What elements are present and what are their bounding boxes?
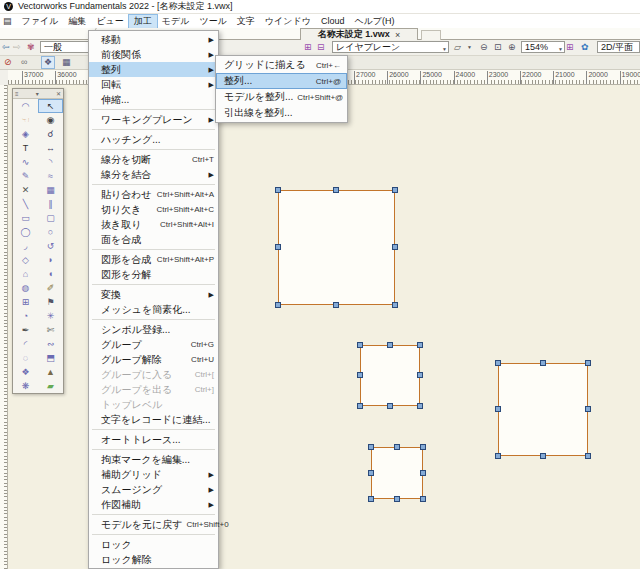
- menubar-item-5[interactable]: ツール: [194, 15, 231, 28]
- disable-interactive-scaling-icon[interactable]: ⊘: [4, 57, 12, 68]
- selection-handle[interactable]: [417, 342, 423, 348]
- menu-item[interactable]: 抜き取りCtrl+Shift+Alt+I: [89, 217, 218, 232]
- zoom-out-page-icon[interactable]: ⊖: [480, 42, 488, 53]
- tab-close-icon[interactable]: ×: [395, 30, 400, 40]
- shape-square[interactable]: [498, 363, 588, 456]
- spin-tool[interactable]: ❋: [13, 379, 38, 393]
- quarter-arc-tool[interactable]: ◞: [13, 239, 38, 253]
- menu-item[interactable]: 整列▶: [89, 62, 218, 77]
- circle-tool[interactable]: ◯: [13, 225, 38, 239]
- selection-handle[interactable]: [420, 496, 426, 502]
- submenu-item[interactable]: モデルを整列...Ctrl+Shift+@: [216, 89, 347, 105]
- zoom-level-combo[interactable]: 154% ▼: [521, 41, 565, 53]
- menu-item[interactable]: ワーキングプレーン▶: [89, 112, 218, 127]
- delete-vertex-tool[interactable]: ✕: [13, 183, 38, 197]
- selection-handle[interactable]: [392, 187, 398, 193]
- selection-handle[interactable]: [540, 453, 546, 459]
- menubar-item-4[interactable]: モデル: [157, 15, 195, 28]
- pan-tool[interactable]: ☜: [13, 113, 38, 127]
- menu-item[interactable]: 貼り合わせCtrl+Shift+Alt+A: [89, 187, 218, 202]
- oval-tool[interactable]: ○: [38, 225, 63, 239]
- layer-plane-combo[interactable]: レイヤプレーン ▼: [332, 41, 449, 53]
- reshape-tool[interactable]: ✒: [13, 323, 38, 337]
- spiral-tool[interactable]: ↺: [38, 239, 63, 253]
- selection-handle[interactable]: [333, 187, 339, 193]
- render-mode-arrow-icon[interactable]: ▼: [467, 42, 472, 53]
- selection-handle[interactable]: [357, 403, 363, 409]
- selection-handle[interactable]: [540, 360, 546, 366]
- menu-item[interactable]: メッシュを簡素化...: [89, 302, 218, 317]
- menu-item[interactable]: 図形を合成Ctrl+Shift+Alt+P: [89, 252, 218, 267]
- menu-item[interactable]: 回転▶: [89, 77, 218, 92]
- chevron-down-icon[interactable]: ▼: [558, 44, 563, 53]
- menu-item[interactable]: シンボル登録...: [89, 322, 218, 337]
- flag-tool[interactable]: ⚑: [38, 295, 63, 309]
- menu-item[interactable]: 線分を切断Ctrl+T: [89, 152, 218, 167]
- menu-item[interactable]: 移動▶: [89, 32, 218, 47]
- back-view-icon[interactable]: ⇦: [2, 42, 10, 53]
- palette-pin-icon[interactable]: ▾: [36, 90, 39, 97]
- polygon-tool[interactable]: ◇: [13, 253, 38, 267]
- selection-handle[interactable]: [394, 496, 400, 502]
- menu-item[interactable]: グループCtrl+G: [89, 337, 218, 352]
- menubar-item-6[interactable]: 文字: [232, 15, 260, 28]
- shape-square[interactable]: [278, 190, 395, 305]
- render-mode-icon[interactable]: ▱: [454, 42, 461, 53]
- selection-handle[interactable]: [585, 406, 591, 412]
- zoom-tool[interactable]: ☌: [38, 127, 63, 141]
- menu-item[interactable]: オートトレース...: [89, 432, 218, 447]
- selection-handle[interactable]: [392, 302, 398, 308]
- menu-item[interactable]: 伸縮...: [89, 92, 218, 107]
- snap-lasso-tool[interactable]: ◠: [13, 99, 38, 113]
- freeform-tool[interactable]: ◗: [38, 253, 63, 267]
- line-tool[interactable]: ╲: [13, 197, 38, 211]
- menu-item[interactable]: 面を合成: [89, 232, 218, 247]
- selection-handle[interactable]: [417, 372, 423, 378]
- selection-handle[interactable]: [417, 403, 423, 409]
- text-tool[interactable]: T: [13, 141, 38, 155]
- rotate-tool[interactable]: ✳: [38, 309, 63, 323]
- menu-item[interactable]: 切り欠きCtrl+Shift+Alt+C: [89, 202, 218, 217]
- cloud-tool[interactable]: ◌: [13, 351, 38, 365]
- submenu-item[interactable]: グリッドに揃えるCtrl+←: [216, 57, 347, 73]
- shape-square[interactable]: [360, 345, 420, 406]
- selection-handle[interactable]: [368, 470, 374, 476]
- submenu-item[interactable]: 引出線を整列...: [216, 105, 347, 121]
- menubar-item-3[interactable]: 加工: [129, 15, 157, 28]
- forward-view-icon[interactable]: ⇨: [13, 42, 21, 53]
- selection-handle[interactable]: [420, 444, 426, 450]
- mesh-tool[interactable]: ▦: [38, 183, 63, 197]
- saved-view-icon-2[interactable]: ⊟: [317, 42, 325, 53]
- document-tab[interactable]: 名称未設定 1.vwx ×: [300, 28, 418, 40]
- selection-handle[interactable]: [495, 360, 501, 366]
- arc-tool[interactable]: ◝: [38, 155, 63, 169]
- shape-square[interactable]: [371, 447, 423, 499]
- menubar-item-2[interactable]: ビュー: [91, 15, 128, 28]
- paint-bucket-tool[interactable]: ◍: [13, 281, 38, 295]
- menu-item[interactable]: 補助グリッド▶: [89, 467, 218, 482]
- selection-handle[interactable]: [392, 244, 398, 250]
- selection-handle[interactable]: [585, 360, 591, 366]
- flatten-tool[interactable]: ▰: [38, 379, 63, 393]
- menubar-item-0[interactable]: ファイル: [17, 15, 64, 28]
- selection-handle[interactable]: [420, 470, 426, 476]
- menu-item[interactable]: 拘束マークを編集...: [89, 452, 218, 467]
- view-history-icon[interactable]: ✾: [27, 42, 35, 53]
- palette-header[interactable]: ≡ ▾ ✕: [13, 89, 63, 99]
- menu-item[interactable]: モデルを元に戻すCtrl+Shift+0: [89, 517, 218, 532]
- attribute-brush-tool[interactable]: ✐: [38, 281, 63, 295]
- selection-handle[interactable]: [495, 453, 501, 459]
- fillet-tool[interactable]: ◖: [38, 267, 63, 281]
- rounded-rectangle-tool[interactable]: ▢: [38, 211, 63, 225]
- selection-handle[interactable]: [333, 302, 339, 308]
- saved-view-icon[interactable]: ⊞: [304, 42, 312, 53]
- selection-handle[interactable]: [357, 372, 363, 378]
- dimension-tool[interactable]: ↔: [38, 141, 63, 155]
- selection-handle[interactable]: [387, 342, 393, 348]
- menubar-item-1[interactable]: 編集: [63, 15, 91, 28]
- selection-handle[interactable]: [394, 444, 400, 450]
- menu-item[interactable]: ハッチング...: [89, 132, 218, 147]
- selection-handle[interactable]: [368, 444, 374, 450]
- menu-item[interactable]: ロック: [89, 537, 218, 552]
- marquee-mode-icon[interactable]: ❖: [41, 56, 55, 69]
